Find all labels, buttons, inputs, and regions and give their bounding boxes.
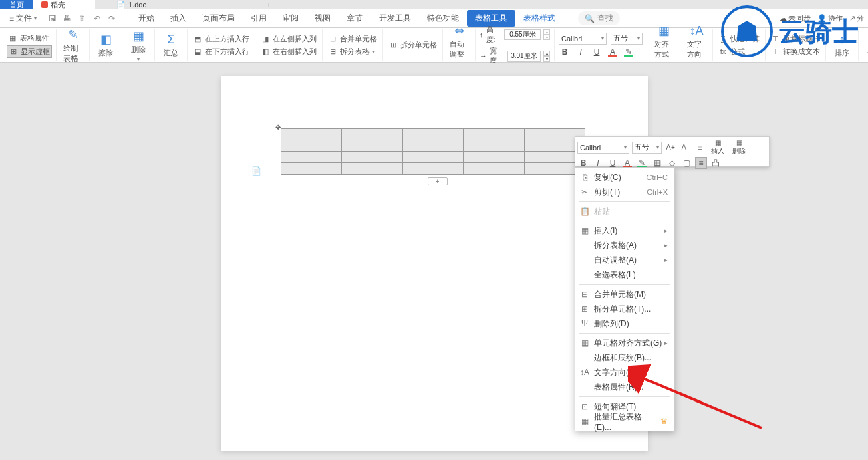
table-cell[interactable] bbox=[463, 152, 524, 163]
tab-doc[interactable]: 📄1.doc bbox=[108, 0, 154, 9]
table[interactable] bbox=[281, 128, 585, 175]
mini-shading[interactable]: ▢ bbox=[680, 157, 692, 169]
italic-button[interactable]: I bbox=[575, 46, 587, 58]
select-button[interactable]: ▭选择▾ bbox=[863, 27, 868, 64]
underline-button[interactable]: U bbox=[591, 46, 603, 58]
cm-table-props[interactable]: 表格属性(R)... bbox=[575, 380, 674, 394]
fast-calc-button[interactable]: ∑快速计算 bbox=[717, 33, 761, 45]
tab-review[interactable]: 审阅 bbox=[275, 10, 307, 27]
table-cell[interactable] bbox=[402, 163, 463, 175]
cm-select-all[interactable]: 全选表格(L) bbox=[575, 267, 674, 282]
table-cell[interactable] bbox=[281, 163, 341, 175]
mini-shrink-font[interactable]: A- bbox=[679, 142, 691, 154]
insert-above-button[interactable]: ⬒在上方插入行 bbox=[192, 33, 251, 45]
width-input[interactable]: 3.01厘米 bbox=[507, 51, 541, 62]
erase-button[interactable]: ◧擦除 bbox=[94, 31, 118, 60]
size-select[interactable]: 五号▾ bbox=[611, 33, 643, 45]
collab-button[interactable]: 👤协作 bbox=[817, 13, 843, 23]
repeat-header-button[interactable]: ⊤重复标题行 bbox=[770, 33, 821, 45]
tab-home[interactable]: 首页 bbox=[0, 0, 33, 9]
redo-icon[interactable]: ↷ bbox=[106, 13, 117, 24]
preview-icon[interactable]: 🗎 bbox=[77, 13, 88, 24]
sync-status[interactable]: ☁未同步 bbox=[780, 13, 811, 23]
table-cell[interactable] bbox=[463, 129, 524, 140]
tab-dev[interactable]: 开发工具 bbox=[371, 10, 419, 27]
font-select[interactable]: Calibri▾ bbox=[559, 33, 607, 45]
autofit-button[interactable]: ⇔自动调整▾ bbox=[447, 22, 471, 68]
bold-button[interactable]: B bbox=[559, 46, 571, 58]
table-row[interactable] bbox=[281, 163, 585, 175]
to-text-button[interactable]: T转换成文本 bbox=[770, 46, 821, 58]
insert-left-button[interactable]: ◨在左侧插入列 bbox=[259, 33, 318, 45]
width-spinner[interactable]: ▴▾ bbox=[543, 51, 550, 62]
delete-button[interactable]: ▦删除▾ bbox=[126, 27, 150, 64]
table-cell[interactable] bbox=[281, 140, 341, 152]
tab-insert[interactable]: 插入 bbox=[162, 10, 194, 27]
table-cell[interactable] bbox=[463, 163, 524, 175]
table-cell[interactable] bbox=[281, 152, 341, 163]
file-menu[interactable]: ≡文件▾ bbox=[4, 11, 42, 25]
tab-add[interactable]: + bbox=[261, 0, 276, 9]
height-input[interactable]: 0.55厘米 bbox=[504, 29, 541, 40]
tab-layout[interactable]: 页面布局 bbox=[194, 10, 243, 27]
align-button[interactable]: ▦对齐方式▾ bbox=[652, 22, 676, 68]
mini-size-select[interactable]: 五号▾ bbox=[632, 142, 662, 154]
show-grid-button[interactable]: ⊞显示虚框 bbox=[7, 45, 52, 58]
cm-autofit[interactable]: 自动调整(A)▸ bbox=[575, 253, 674, 267]
tab-section[interactable]: 章节 bbox=[339, 10, 371, 27]
mini-list-button[interactable]: ≡ bbox=[694, 142, 706, 154]
print-icon[interactable]: 🖶 bbox=[62, 13, 73, 24]
merge-cells-button[interactable]: ⊟合并单元格 bbox=[327, 33, 378, 45]
mini-delete-button[interactable]: ▦删除 bbox=[730, 139, 748, 156]
cm-cut[interactable]: ✂剪切(T)Ctrl+X bbox=[575, 185, 674, 199]
share-button[interactable]: ↗分 bbox=[849, 13, 864, 23]
mini-format-painter[interactable]: 凸 bbox=[710, 157, 722, 169]
search-box[interactable]: 🔍查找 bbox=[578, 11, 620, 25]
cm-merge[interactable]: ⊟合并单元格(M) bbox=[575, 287, 674, 302]
table-cell[interactable] bbox=[341, 140, 402, 152]
font-color-button[interactable]: A bbox=[607, 46, 619, 58]
cm-border[interactable]: 边框和底纹(B)... bbox=[575, 350, 674, 365]
table-cell[interactable] bbox=[341, 129, 402, 140]
split-cell-button[interactable]: ⊞拆分单元格 bbox=[387, 39, 438, 51]
mini-font-select[interactable]: Calibri▾ bbox=[577, 142, 629, 154]
tab-app[interactable]: 稻壳 bbox=[33, 0, 95, 9]
mini-align[interactable]: ≡ bbox=[695, 157, 707, 169]
table-props-button[interactable]: ▦表格属性 bbox=[7, 33, 52, 44]
summary-button[interactable]: Σ汇总 bbox=[159, 31, 183, 60]
highlight-button[interactable]: ✎ bbox=[623, 46, 635, 58]
sort-button[interactable]: ↕排序 bbox=[830, 31, 854, 60]
split-table-button[interactable]: ⊞拆分表格▾ bbox=[327, 46, 378, 58]
draw-table-button[interactable]: ✎绘制表格 bbox=[61, 26, 85, 65]
table-row[interactable] bbox=[281, 152, 585, 163]
cm-delete-col[interactable]: Ψ删除列(D) bbox=[575, 316, 674, 331]
table-cell[interactable] bbox=[281, 129, 341, 140]
cm-split-cell[interactable]: ⊞拆分单元格(T)... bbox=[575, 302, 674, 316]
tab-view[interactable]: 视图 bbox=[307, 10, 339, 27]
tab-start[interactable]: 开始 bbox=[130, 10, 162, 27]
table-cell[interactable] bbox=[402, 152, 463, 163]
table-cell[interactable] bbox=[463, 140, 524, 152]
cm-text-dir[interactable]: ↕A文字方向(X)... bbox=[575, 365, 674, 380]
table-cell[interactable] bbox=[341, 163, 402, 175]
textdir-button[interactable]: ↕A文字方向▾ bbox=[684, 23, 708, 68]
formula-button[interactable]: fx公式 bbox=[717, 46, 761, 58]
cm-batch[interactable]: ▦批量汇总表格(E)...♛ bbox=[575, 414, 674, 429]
insert-below-button[interactable]: ⬓在下方插入行 bbox=[192, 46, 251, 58]
height-spinner[interactable]: ▴▾ bbox=[543, 29, 550, 40]
table-cell[interactable] bbox=[402, 140, 463, 152]
insert-right-button[interactable]: ◧在右侧插入列 bbox=[259, 46, 318, 58]
table-cell[interactable] bbox=[402, 129, 463, 140]
mini-grow-font[interactable]: A+ bbox=[664, 142, 676, 154]
tab-ref[interactable]: 引用 bbox=[243, 10, 275, 27]
mini-insert-button[interactable]: ▦插入 bbox=[708, 139, 727, 156]
table-cell[interactable] bbox=[341, 152, 402, 163]
cm-insert[interactable]: ▦插入(I)▸ bbox=[575, 223, 674, 238]
table-row[interactable] bbox=[281, 140, 585, 152]
cm-split-table[interactable]: 拆分表格(A)▸ bbox=[575, 238, 674, 253]
cm-cell-align[interactable]: ▦单元格对齐方式(G)▸ bbox=[575, 336, 674, 350]
table-row[interactable] bbox=[281, 129, 585, 140]
add-row-button[interactable]: + bbox=[428, 177, 448, 185]
cm-copy[interactable]: ⎘复制(C)Ctrl+C bbox=[575, 170, 674, 185]
save-icon[interactable]: 🖫 bbox=[47, 13, 58, 24]
